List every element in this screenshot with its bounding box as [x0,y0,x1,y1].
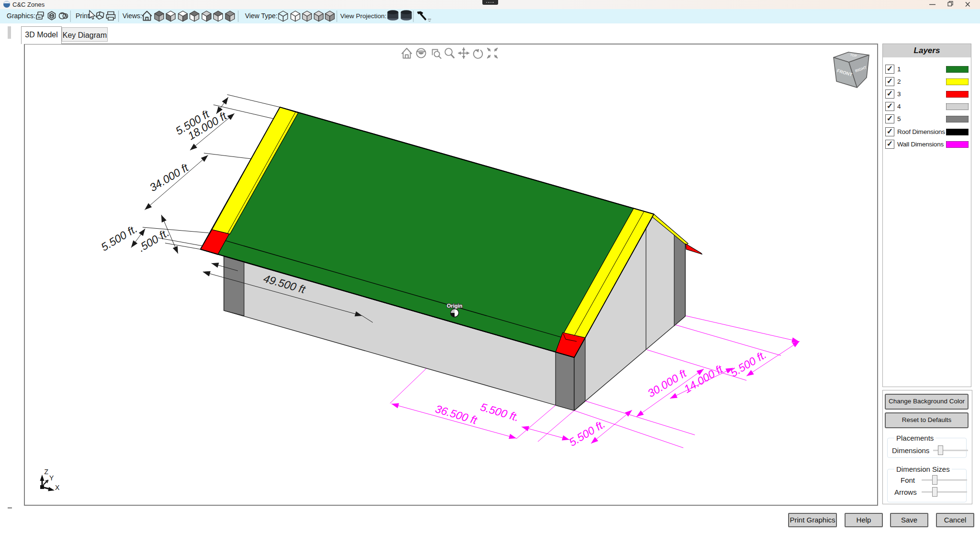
svg-text:36.500 ft: 36.500 ft [434,402,479,427]
svg-text:Y: Y [49,474,54,482]
svg-text:5.500 ft.: 5.500 ft. [567,418,608,449]
svg-text:.500 ft.: .500 ft. [136,226,171,255]
svg-text:X: X [55,484,60,491]
svg-text:Z: Z [45,468,49,476]
svg-text:Origin: Origin [447,303,463,309]
svg-text:5.500 ft.: 5.500 ft. [99,222,140,254]
svg-text:5.500 ft.: 5.500 ft. [479,400,521,424]
